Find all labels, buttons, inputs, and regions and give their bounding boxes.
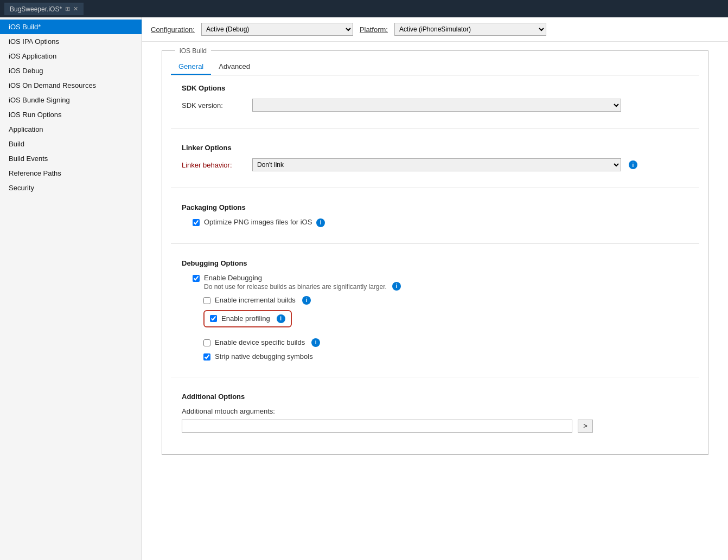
optimize-png-row: Optimize PNG images files for iOS i [182,218,688,227]
debugging-options-header: Debugging Options [182,259,688,267]
strip-native-debugging-symbols-label: Strip native debugging symbols [215,352,313,361]
tab-general[interactable]: General [171,59,211,75]
sidebar-item-build[interactable]: Build [0,137,142,151]
sdk-options-header: SDK Options [182,84,688,92]
enable-debugging-label: Enable Debugging [204,274,262,282]
tab-label: BugSweeper.iOS* [10,5,62,13]
divider-2 [171,188,699,188]
sdk-version-row: SDK version: [182,99,688,112]
sdk-options-section: SDK Options SDK version: [171,75,699,126]
platform-label: Platform: [360,25,388,34]
enable-device-specific-builds-checkbox[interactable] [203,339,210,346]
enable-debugging-row: Enable Debugging Do not use for release … [182,274,688,291]
linker-behavior-row: Linker behavior: Don't link i [182,158,688,171]
sidebar-item-ios-application[interactable]: iOS Application [0,49,142,63]
sidebar-item-ios-build[interactable]: iOS Build* [0,20,142,34]
mtouch-input[interactable] [182,420,572,433]
enable-incremental-builds-label: Enable incremental builds [215,296,296,304]
packaging-options-header: Packaging Options [182,203,688,211]
sidebar-item-ios-ipa-options[interactable]: iOS IPA Options [0,34,142,49]
config-bar: Configuration: Active (Debug) Platform: … [142,17,728,42]
linker-behavior-select[interactable]: Don't link [252,158,621,171]
sdk-version-select[interactable] [252,99,621,112]
sidebar-item-security[interactable]: Security [0,181,142,195]
mtouch-label: Additional mtouch arguments: [182,407,275,415]
enable-profiling-row: Enable profiling i [203,310,292,327]
additional-options-header: Additional Options [182,392,688,401]
linker-info-icon[interactable]: i [629,160,637,169]
sidebar-item-ios-on-demand-resources[interactable]: iOS On Demand Resources [0,78,142,93]
inner-content: iOS Build General Advanced SDK Options S… [142,42,728,560]
enable-debugging-info-icon[interactable]: i [392,282,401,291]
enable-profiling-highlighted-container: Enable profiling i [193,310,688,333]
enable-device-specific-builds-info-icon[interactable]: i [311,338,320,347]
sidebar-item-ios-run-options[interactable]: iOS Run Options [0,107,142,122]
file-tab[interactable]: BugSweeper.iOS* ⊞ ✕ [4,3,84,15]
enable-debugging-checkbox[interactable] [193,275,200,282]
sidebar: iOS Build*iOS IPA OptionsiOS Application… [0,17,142,560]
mtouch-arguments-row: Additional mtouch arguments: [182,407,688,415]
main-layout: iOS Build*iOS IPA OptionsiOS Application… [0,17,728,560]
additional-options-section: Additional Options Additional mtouch arg… [171,384,699,446]
divider-1 [171,128,699,128]
close-icon[interactable]: ✕ [73,5,78,12]
sidebar-item-reference-paths[interactable]: Reference Paths [0,166,142,181]
enable-incremental-builds-info-icon[interactable]: i [302,296,311,305]
ios-build-group: iOS Build General Advanced SDK Options S… [162,50,708,455]
linker-options-section: Linker Options Linker behavior: Don't li… [171,135,699,185]
enable-device-specific-builds-row: Enable device specific builds i [182,338,688,347]
mtouch-input-row: > [182,420,688,433]
linker-options-header: Linker Options [182,144,688,152]
sidebar-item-ios-debug[interactable]: iOS Debug [0,63,142,78]
enable-device-specific-builds-label: Enable device specific builds [215,338,305,346]
strip-native-debugging-symbols-checkbox[interactable] [203,353,210,361]
enable-debugging-sublabel: Do not use for release builds as binarie… [204,283,387,291]
sidebar-item-application[interactable]: Application [0,122,142,137]
configuration-label: Configuration: [151,25,195,34]
enable-incremental-builds-row: Enable incremental builds i [182,296,688,305]
optimize-png-info-icon[interactable]: i [316,218,325,227]
enable-profiling-label: Enable profiling [221,314,270,323]
enable-profiling-checkbox[interactable] [210,315,217,322]
tab-advanced[interactable]: Advanced [211,59,258,75]
optimize-png-label: Optimize PNG images files for iOS [204,218,312,226]
linker-behavior-label: Linker behavior: [182,161,247,169]
mtouch-expand-button[interactable]: > [578,420,593,433]
enable-incremental-builds-checkbox[interactable] [203,297,210,304]
content-area: Configuration: Active (Debug) Platform: … [142,17,728,560]
configuration-select[interactable]: Active (Debug) [201,23,353,36]
debugging-options-section: Debugging Options Enable Debugging Do no… [171,250,699,375]
sidebar-item-ios-bundle-signing[interactable]: iOS Bundle Signing [0,93,142,107]
title-bar: BugSweeper.iOS* ⊞ ✕ [0,0,728,17]
divider-3 [171,243,699,244]
sdk-version-label: SDK version: [182,101,247,110]
packaging-options-section: Packaging Options Optimize PNG images fi… [171,195,699,241]
strip-native-debugging-symbols-row: Strip native debugging symbols [182,352,688,361]
pin-icon[interactable]: ⊞ [65,5,70,12]
tabs-container: General Advanced [171,59,699,75]
sidebar-item-build-events[interactable]: Build Events [0,151,142,166]
divider-4 [171,377,699,377]
platform-select[interactable]: Active (iPhoneSimulator) [394,23,546,36]
enable-profiling-info-icon[interactable]: i [277,314,285,323]
optimize-png-checkbox[interactable] [193,219,200,226]
ios-build-group-title: iOS Build [175,47,211,55]
